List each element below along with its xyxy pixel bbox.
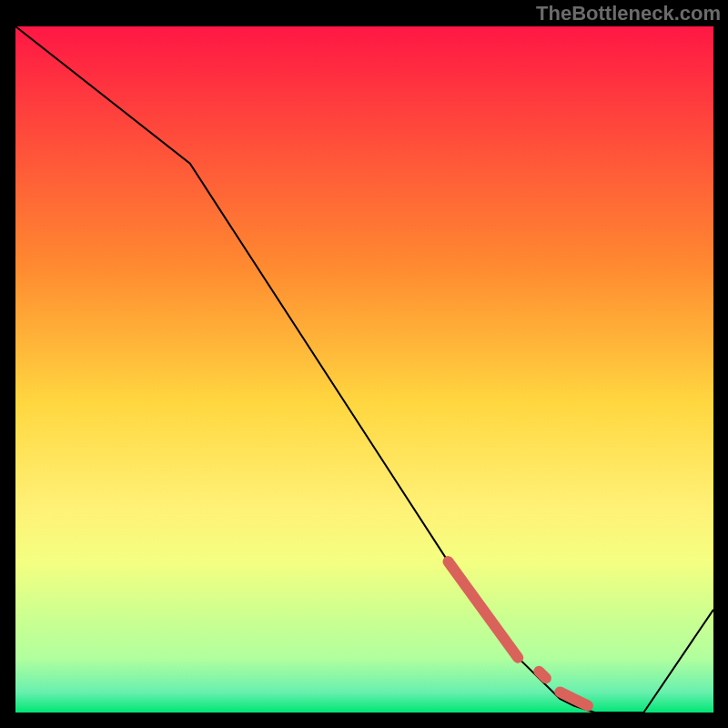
- gradient-background: [15, 26, 713, 713]
- chart-container: TheBottleneck.com: [0, 0, 728, 728]
- chart-svg: [15, 26, 713, 713]
- watermark-text: TheBottleneck.com: [536, 2, 721, 25]
- plot-area: [15, 26, 713, 713]
- highlight-segment: [539, 672, 546, 679]
